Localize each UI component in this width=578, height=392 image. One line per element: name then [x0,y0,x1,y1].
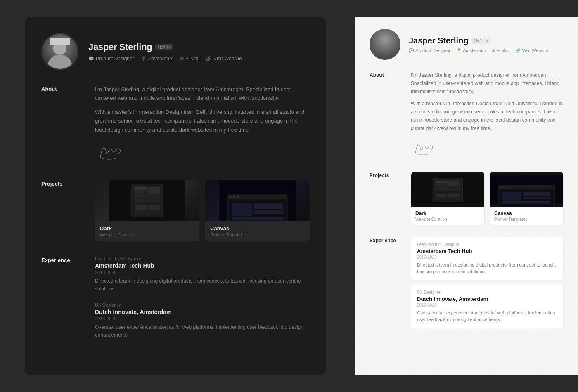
project-title-dark-1: Canvas [210,225,305,231]
exp-item-light-1: UX Designer Dutch Innovate, Amsterdam 20… [411,285,564,328]
about-para2-dark: With a master's in Interaction Design fr… [95,108,310,134]
svg-rect-28 [436,186,445,187]
svg-point-36 [500,186,502,188]
svg-rect-8 [135,205,147,210]
project-title-dark-0: Dark [100,225,194,231]
svg-rect-3 [135,187,147,190]
project-card-dark-0[interactable]: Dark Website Curation [95,180,199,241]
exp-desc-light-1: Oversaw user experience strategies for w… [417,309,557,323]
project-thumb-light-1 [490,172,563,207]
exp-item-dark-1: UX Designer Dutch Innovate, Amsterdam 20… [95,302,310,339]
about-para1-light: I'm Jasper Sterling, a digital product d… [411,71,564,96]
svg-rect-21 [232,217,283,220]
email-icon-light: ✉ [492,48,495,53]
svg-rect-29 [448,181,459,186]
project-thumb-dark-1 [205,180,310,221]
exp-years-dark-0: 2016-2020 [95,270,310,275]
exp-company-light-1: Dutch Innovate, Amsterdam [417,296,557,302]
exp-desc-dark-0: Directed a team in designing digital pro… [95,277,310,293]
meta-role-light: 💬 Product Designer [409,48,450,53]
signature-light [411,139,564,160]
project-subtitle-dark-0: Website Curation [100,232,194,237]
project-card-light-1[interactable]: Canvas Framer Templates [490,172,564,225]
project-subtitle-light-1: Framer Templates [494,217,559,222]
profile-header-light: Jasper Sterling He/Him 💬 Product Designe… [370,29,564,60]
profile-name-dark: Jasper Sterling He/Him [88,42,242,52]
experience-section-light: Experience Lead Product Designer Amsterd… [370,237,564,333]
project-info-light-0: Dark Website Curation [411,207,484,225]
svg-rect-18 [232,203,252,216]
svg-rect-4 [135,191,143,194]
link-icon: 🔗 [206,56,212,61]
about-para1-dark: I'm Jasper Sterling, a digital product d… [95,85,310,103]
project-subtitle-dark-1: Framer Templates [210,232,305,237]
profile-meta-light: 💬 Product Designer 📍 Amsterdam ✉ E-Mail … [409,48,548,53]
about-content-light: I'm Jasper Sterling, a digital product d… [411,71,564,160]
experience-content-dark: Lead Product Designer Amsterdam Tech Hub… [95,256,310,349]
meta-website-light[interactable]: 🔗 Visit Website [515,48,548,53]
chat-icon: 💬 [88,56,94,61]
about-label-dark: About [41,85,78,165]
svg-rect-31 [436,194,447,197]
about-content-dark: I'm Jasper Sterling, a digital product d… [95,85,310,165]
signature-dark [95,141,310,165]
svg-rect-32 [448,194,459,197]
profile-info-light: Jasper Sterling He/Him 💬 Product Designe… [409,36,548,53]
exp-item-light-0: Lead Product Designer Amsterdam Tech Hub… [411,237,564,281]
svg-point-37 [502,186,504,188]
light-profile-card: Jasper Sterling He/Him 💬 Product Designe… [355,17,578,375]
svg-rect-5 [135,195,145,197]
avatar-light [370,29,400,60]
dark-profile-card: Jasper Sterling He/Him 💬 Product Designe… [25,17,326,375]
svg-rect-41 [523,192,550,196]
exp-years-dark-1: 2016-2020 [95,316,310,321]
project-card-light-0[interactable]: Dark Website Curation [411,172,485,225]
svg-rect-10 [135,211,143,213]
email-icon: ✉ [180,56,184,61]
exp-desc-dark-1: Oversaw user experience strategies for w… [95,324,310,339]
pronoun-badge-dark: He/Him [155,44,173,50]
svg-rect-13 [227,194,287,199]
exp-company-light-0: Amsterdam Tech Hub [417,248,557,254]
svg-point-15 [233,196,235,198]
exp-role-dark-0: Lead Product Designer [95,256,310,261]
projects-grid-light: Dark Website Curation [411,172,564,225]
about-para2-light: With a master's in Interaction Design fr… [411,100,564,132]
project-thumb-dark-0 [95,180,199,221]
desktop-background: Jasper Sterling He/Him 💬 Product Designe… [0,0,578,392]
projects-label-light: Projects [370,172,398,225]
avatar-image-dark [43,34,77,69]
exp-desc-light-0: Directed a team in designing digital pro… [417,262,557,275]
svg-rect-26 [436,181,447,183]
experience-label-dark: Experience [41,256,78,349]
meta-email-light[interactable]: ✉ E-Mail [492,48,509,53]
projects-content-dark: Dark Website Curation [95,180,310,241]
exp-role-dark-1: UX Designer [95,302,310,307]
meta-email-dark[interactable]: ✉ E-Mail [180,56,199,61]
experience-content-light: Lead Product Designer Amsterdam Tech Hub… [411,237,564,333]
project-title-light-1: Canvas [494,210,559,216]
project-info-dark-1: Canvas Framer Templates [205,221,310,241]
project-info-dark-0: Dark Website Curation [95,221,199,241]
meta-website-dark[interactable]: 🔗 Visit Website [206,56,242,61]
experience-section-dark: Experience Lead Product Designer Amsterd… [41,256,310,349]
svg-rect-20 [254,210,283,214]
meta-role-dark: 💬 Product Designer [88,56,134,61]
meta-location-dark: 📍 Amsterdam [141,56,173,61]
profile-header-dark: Jasper Sterling He/Him 💬 Product Designe… [41,33,310,70]
projects-label-dark: Projects [41,180,78,241]
project-thumb-light-0 [411,172,484,207]
svg-point-38 [505,186,507,188]
svg-rect-27 [436,184,443,185]
svg-rect-6 [148,187,160,194]
profile-meta-dark: 💬 Product Designer 📍 Amsterdam ✉ E-Mail … [88,56,242,61]
chat-icon-light: 💬 [409,48,414,53]
exp-role-light-1: UX Designer [417,290,557,295]
exp-years-light-0: 2016-2020 [417,255,557,260]
projects-section-dark: Projects [41,180,310,241]
exp-item-dark-0: Lead Product Designer Amsterdam Tech Hub… [95,256,310,293]
exp-years-light-1: 2016-2020 [417,303,557,307]
exp-company-dark-0: Amsterdam Tech Hub [95,262,310,269]
profile-info-dark: Jasper Sterling He/Him 💬 Product Designe… [88,42,242,61]
project-card-dark-1[interactable]: Canvas Framer Templates [205,180,310,241]
